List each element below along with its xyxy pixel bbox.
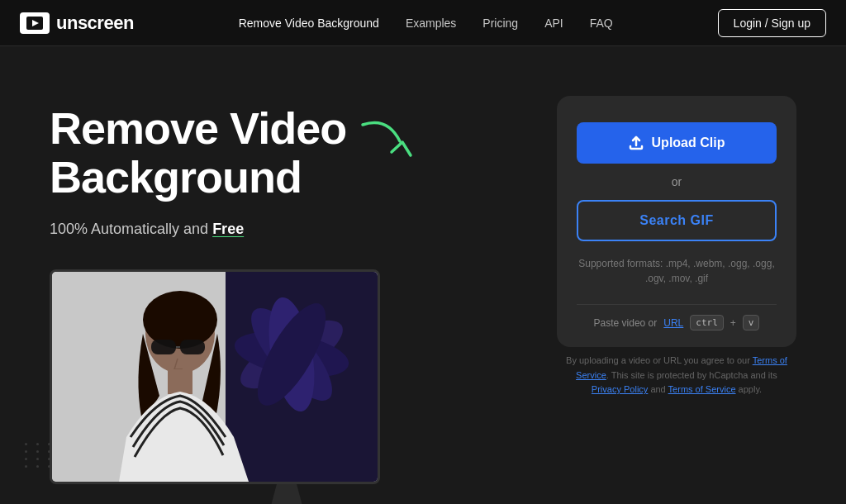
logo-icon (20, 12, 50, 34)
dot (36, 443, 39, 445)
nav-faq[interactable]: FAQ (590, 17, 613, 30)
header: unscreen Remove Video Background Example… (0, 0, 846, 46)
monitor-frame (50, 269, 380, 484)
svg-rect-14 (168, 369, 192, 394)
demo-image (52, 272, 378, 482)
play-icon (26, 17, 43, 30)
dot (36, 458, 39, 460)
search-gif-button[interactable]: Search GIF (577, 200, 777, 241)
upload-panel: Upload Clip or Search GIF Supported form… (557, 96, 796, 347)
dot (36, 450, 39, 453)
svg-point-10 (143, 291, 217, 349)
hero-title: Remove Video Background (50, 104, 346, 202)
privacy-link[interactable]: Privacy Policy (592, 384, 648, 394)
login-button[interactable]: Login / Sign up (718, 9, 826, 37)
paste-prefix: Paste video or (594, 317, 658, 329)
dot (25, 465, 27, 468)
ctrl-key: ctrl (690, 315, 724, 330)
hero-section: Remove Video Background 100% Automatical… (50, 96, 524, 504)
arrow-icon (354, 112, 421, 178)
or-divider: or (672, 175, 682, 188)
logo-text: unscreen (56, 12, 134, 34)
v-key: v (743, 315, 760, 330)
dot (25, 450, 27, 453)
svg-rect-12 (180, 340, 205, 354)
monitor-screen (52, 272, 378, 482)
upload-clip-button[interactable]: Upload Clip (577, 122, 777, 164)
svg-rect-11 (151, 340, 176, 354)
plus-separator: + (730, 317, 736, 329)
dot (25, 458, 27, 460)
terms-text: By uploading a video or URL you agree to… (557, 354, 796, 397)
nav-examples[interactable]: Examples (406, 17, 456, 30)
nav-api[interactable]: API (544, 17, 563, 30)
subtitle: 100% Automatically and Free (50, 221, 524, 238)
arrow-decoration (354, 112, 421, 182)
upload-section: Upload Clip or Search GIF Supported form… (557, 96, 796, 397)
supported-formats: Supported formats: .mp4, .webm, .ogg, .o… (577, 253, 777, 289)
nav-pricing[interactable]: Pricing (482, 17, 518, 30)
nav-remove-video[interactable]: Remove Video Background (239, 17, 379, 30)
url-link[interactable]: URL (663, 317, 683, 329)
main-nav: Remove Video Background Examples Pricing… (239, 17, 613, 30)
monitor-stand (270, 484, 303, 504)
upload-icon (629, 136, 644, 150)
main-content: Remove Video Background 100% Automatical… (0, 46, 846, 504)
paste-row: Paste video or URL ctrl + v (577, 304, 777, 330)
hero-title-row: Remove Video Background (50, 104, 524, 202)
monitor-demo (50, 269, 524, 504)
dot (36, 465, 39, 468)
logo-area: unscreen (20, 12, 134, 34)
terms-link-2[interactable]: Terms of Service (668, 384, 736, 394)
dot (25, 443, 27, 445)
